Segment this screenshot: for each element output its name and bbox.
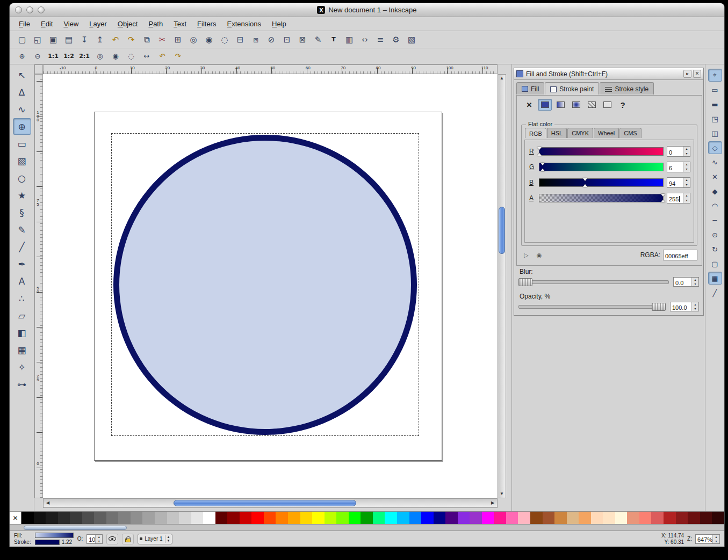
rgba-value[interactable]: 00065eff bbox=[664, 250, 697, 260]
spinner-arrows[interactable]: ▴▾ bbox=[683, 178, 690, 187]
ellipse-tool[interactable]: ○ bbox=[13, 170, 31, 186]
menu-layer[interactable]: Layer bbox=[84, 18, 112, 30]
snap-smooth-node-button[interactable]: ◠ bbox=[708, 199, 722, 212]
spiral-tool[interactable]: § bbox=[13, 204, 31, 221]
palette-swatch[interactable] bbox=[34, 512, 46, 524]
palette-scrollbar[interactable] bbox=[10, 524, 724, 530]
palette-swatch[interactable] bbox=[58, 512, 70, 524]
vertical-scroll-thumb[interactable] bbox=[499, 207, 505, 254]
zoom-selection-button[interactable]: ◎ bbox=[93, 49, 107, 63]
palette-swatch[interactable] bbox=[155, 512, 167, 524]
palette-swatch[interactable] bbox=[70, 512, 82, 524]
snap-bbox-midpoint-button[interactable]: ◫ bbox=[708, 127, 722, 140]
opacity-spinbox[interactable]: 100.0 ▴▾ bbox=[670, 302, 699, 311]
menu-extensions[interactable]: Extensions bbox=[222, 18, 266, 30]
rgba-entry[interactable]: 00065eff bbox=[663, 250, 697, 260]
layer-visibility-button[interactable] bbox=[106, 534, 118, 544]
paint-bucket-tool[interactable]: ◧ bbox=[13, 324, 31, 341]
xml-editor-button[interactable]: ‹› bbox=[358, 33, 372, 47]
spinner-arrows[interactable]: ▴▾ bbox=[691, 302, 698, 311]
palette-swatch[interactable] bbox=[21, 512, 34, 524]
text-dialog-button[interactable]: T bbox=[327, 33, 341, 47]
pencil-tool[interactable]: ✎ bbox=[13, 221, 31, 238]
align-dialog-button[interactable]: ≡ bbox=[373, 33, 387, 47]
copy-button[interactable]: ⧉ bbox=[140, 33, 154, 47]
palette-swatch[interactable] bbox=[494, 512, 506, 524]
zoom-spinbox[interactable]: 647% ▴▾ bbox=[695, 534, 720, 544]
minimize-window-button[interactable] bbox=[26, 6, 33, 13]
gradient-tool[interactable]: ▦ bbox=[13, 341, 31, 358]
tab-stroke-paint[interactable]: Stroke paint bbox=[545, 82, 599, 94]
palette-swatch[interactable] bbox=[264, 512, 276, 524]
channel-g-slider[interactable] bbox=[539, 163, 664, 171]
snap-cusp-node-button[interactable]: ◆ bbox=[708, 185, 722, 198]
snap-midpoint-button[interactable]: ─ bbox=[708, 214, 722, 227]
zoom-drawing-button[interactable]: ◉ bbox=[202, 33, 216, 47]
text-tool[interactable]: A bbox=[13, 273, 31, 289]
palette-none-swatch[interactable]: ✕ bbox=[10, 512, 21, 524]
zoom-2-1-button[interactable]: 2:1 bbox=[77, 49, 91, 63]
snap-bbox-button[interactable]: ▭ bbox=[708, 83, 722, 96]
opacity-slider[interactable] bbox=[518, 303, 666, 311]
palette-swatch[interactable] bbox=[627, 512, 639, 524]
tab-stroke-style[interactable]: Stroke style bbox=[600, 82, 654, 94]
snap-path-button[interactable]: ∿ bbox=[708, 156, 722, 169]
dialog-title-bar[interactable]: Fill and Stroke (Shift+Ctrl+F) ▸ ✕ bbox=[514, 68, 703, 80]
snap-guide-button[interactable]: ╱ bbox=[708, 286, 722, 299]
group-button[interactable]: ⊡ bbox=[280, 33, 294, 47]
scroll-up-icon[interactable]: ▲ bbox=[498, 75, 506, 82]
tab-fill[interactable]: Fill bbox=[516, 82, 544, 94]
connector-tool[interactable]: ⊶ bbox=[13, 376, 31, 392]
spray-tool[interactable]: ∴ bbox=[13, 290, 31, 307]
opacity-slider-thumb[interactable] bbox=[652, 303, 666, 311]
menu-file[interactable]: File bbox=[14, 18, 35, 30]
menu-filters[interactable]: Filters bbox=[192, 18, 221, 30]
palette-swatch[interactable] bbox=[373, 512, 385, 524]
spinner-arrows[interactable]: ▴▾ bbox=[683, 147, 690, 156]
palette-swatch[interactable] bbox=[664, 512, 676, 524]
zoom-selection-button[interactable]: ◎ bbox=[186, 33, 200, 47]
color-tab-hsl[interactable]: HSL bbox=[547, 128, 567, 138]
node-tool[interactable]: ∆ bbox=[13, 84, 31, 100]
palette-swatch[interactable] bbox=[676, 512, 688, 524]
snap-object-center-button[interactable]: ⊙ bbox=[708, 228, 722, 241]
unlink-clone-button[interactable]: ⊘ bbox=[264, 33, 278, 47]
dropper-tool[interactable]: ✧ bbox=[13, 359, 31, 375]
channel-r-slider[interactable] bbox=[539, 147, 664, 156]
palette-swatch[interactable] bbox=[518, 512, 530, 524]
palette-swatch[interactable] bbox=[131, 512, 143, 524]
layer-selector[interactable]: Layer 1 ▲▼ bbox=[138, 534, 172, 544]
palette-swatch[interactable] bbox=[349, 512, 361, 524]
create-clone-button[interactable]: ⧈ bbox=[249, 33, 263, 47]
menu-path[interactable]: Path bbox=[143, 18, 168, 30]
spinner-arrows[interactable]: ▴▾ bbox=[683, 193, 690, 203]
layers-dialog-button[interactable]: ▥ bbox=[342, 33, 356, 47]
dialog-float-button[interactable]: ▸ bbox=[683, 70, 691, 78]
paste-button[interactable]: ⊞ bbox=[171, 33, 185, 47]
palette-swatch[interactable] bbox=[361, 512, 373, 524]
horizontal-scroll-thumb[interactable] bbox=[174, 500, 356, 506]
palette-swatch[interactable] bbox=[276, 512, 288, 524]
zoom-value[interactable]: 647% bbox=[696, 535, 712, 543]
dialog-close-button[interactable]: ✕ bbox=[693, 70, 701, 78]
blur-spinbox[interactable]: 0.0 ▴▾ bbox=[673, 277, 699, 287]
menu-view[interactable]: View bbox=[59, 18, 83, 30]
palette-swatch[interactable] bbox=[688, 512, 700, 524]
zoom-out-button[interactable]: ⊖ bbox=[31, 49, 45, 63]
object-opacity-spinbox[interactable]: 100 ▴▾ bbox=[87, 534, 103, 544]
palette-swatch[interactable] bbox=[458, 512, 470, 524]
palette-swatch[interactable] bbox=[651, 512, 664, 524]
channel-r-spinbox[interactable]: 0 ▴▾ bbox=[667, 146, 690, 157]
import-button[interactable]: ↧ bbox=[77, 33, 91, 47]
snap-rotation-center-button[interactable]: ↻ bbox=[708, 243, 722, 256]
palette-swatch[interactable] bbox=[700, 512, 712, 524]
opacity-value[interactable]: 100.0 bbox=[671, 302, 691, 311]
snap-nodes-button[interactable]: ◇ bbox=[708, 141, 722, 154]
menu-object[interactable]: Object bbox=[113, 18, 143, 30]
scroll-right-icon[interactable]: ▶ bbox=[488, 499, 497, 507]
palette-swatch[interactable] bbox=[336, 512, 349, 524]
zoom-window-button[interactable] bbox=[38, 6, 45, 13]
layer-lock-button[interactable] bbox=[122, 534, 134, 544]
palette-swatch[interactable] bbox=[251, 512, 264, 524]
paint-linear-gradient-button[interactable] bbox=[553, 99, 567, 111]
